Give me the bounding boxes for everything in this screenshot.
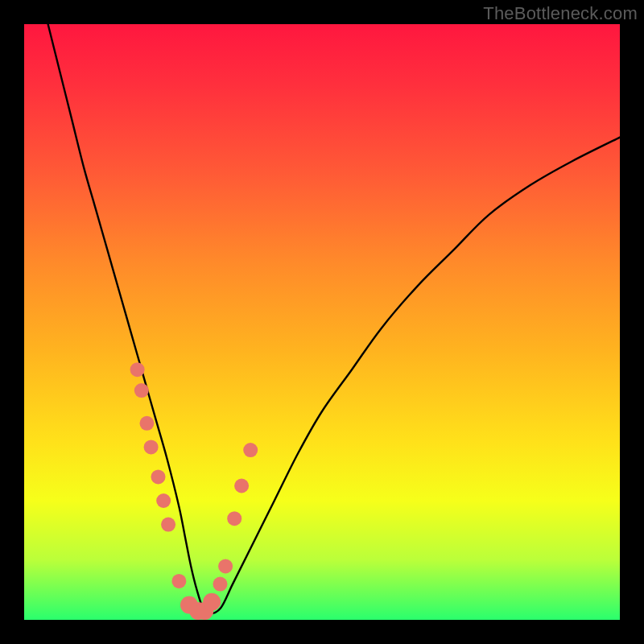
- highlight-dot: [151, 469, 166, 484]
- curve-svg: [24, 24, 620, 620]
- highlight-dot: [203, 593, 221, 611]
- highlight-dot: [161, 518, 175, 532]
- plot-area: [24, 24, 620, 620]
- highlight-dot: [243, 443, 258, 457]
- bottleneck-curve: [48, 24, 620, 614]
- highlight-dot: [130, 362, 145, 377]
- highlight-dot: [144, 440, 159, 454]
- highlight-dot: [227, 511, 242, 526]
- highlight-dot: [234, 479, 249, 493]
- highlight-dot: [171, 574, 186, 588]
- highlight-dot: [213, 577, 227, 592]
- highlight-dot: [156, 493, 171, 508]
- highlight-dot: [134, 383, 149, 398]
- highlight-dot: [139, 416, 154, 431]
- highlight-dot: [218, 559, 233, 573]
- watermark-text: TheBottleneck.com: [483, 3, 638, 24]
- outer-frame: TheBottleneck.com: [0, 0, 644, 644]
